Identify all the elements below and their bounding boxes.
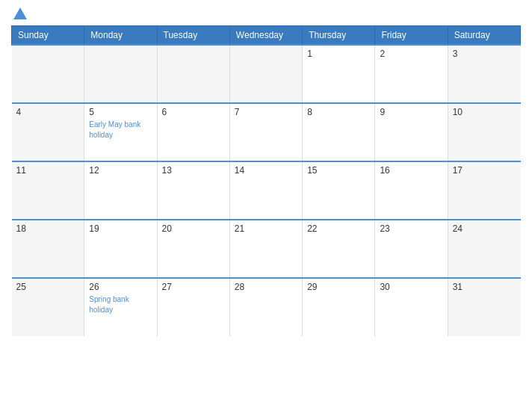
calendar-cell: 13 <box>157 161 229 220</box>
weekday-header-tuesday: Tuesday <box>157 26 229 46</box>
calendar-header <box>11 7 521 19</box>
weekday-header-monday: Monday <box>84 26 157 46</box>
calendar-cell: 23 <box>375 220 448 278</box>
logo <box>11 7 27 19</box>
calendar-cell: 7 <box>229 103 302 161</box>
calendar-cell: 19 <box>84 220 157 278</box>
calendar-row: 2526Spring bank holiday2728293031 <box>12 278 521 336</box>
day-number: 18 <box>16 223 80 234</box>
weekday-header-sunday: Sunday <box>12 26 84 46</box>
calendar-cell: 8 <box>303 103 375 161</box>
day-number: 31 <box>453 282 516 292</box>
calendar-cell <box>229 45 302 103</box>
day-number: 3 <box>453 49 516 59</box>
calendar-cell: 17 <box>448 161 520 220</box>
day-number: 8 <box>307 107 370 117</box>
weekday-header-wednesday: Wednesday <box>229 26 302 46</box>
holiday-label: Spring bank holiday <box>89 295 129 314</box>
day-number: 7 <box>235 107 297 117</box>
calendar-cell: 6 <box>157 103 229 161</box>
day-number: 19 <box>89 223 152 234</box>
day-number: 10 <box>453 107 516 117</box>
calendar-cell: 29 <box>303 278 375 336</box>
calendar-cell: 31 <box>448 278 520 336</box>
day-number: 17 <box>453 165 516 176</box>
day-number: 24 <box>453 223 516 234</box>
day-number: 23 <box>380 223 442 234</box>
calendar-cell: 10 <box>448 103 520 161</box>
day-number: 13 <box>162 165 225 176</box>
calendar-cell: 15 <box>303 161 375 220</box>
calendar-cell: 24 <box>448 220 520 278</box>
day-number: 6 <box>162 107 225 117</box>
day-number: 26 <box>89 282 152 292</box>
day-number: 15 <box>307 165 370 176</box>
day-number: 9 <box>380 107 442 117</box>
day-number: 29 <box>307 282 370 292</box>
calendar-cell: 1 <box>303 45 375 103</box>
day-number: 11 <box>16 165 80 176</box>
calendar-cell: 9 <box>375 103 448 161</box>
day-number: 12 <box>89 165 152 176</box>
day-number: 2 <box>380 49 442 59</box>
calendar-cell: 5Early May bank holiday <box>84 103 157 161</box>
day-number: 20 <box>162 223 225 234</box>
day-number: 30 <box>380 282 442 292</box>
day-number: 27 <box>162 282 225 292</box>
calendar-row: 123 <box>12 45 521 103</box>
calendar-row: 11121314151617 <box>12 161 521 220</box>
calendar-cell: 12 <box>84 161 157 220</box>
calendar-cell: 30 <box>375 278 448 336</box>
calendar-cell: 3 <box>448 45 520 103</box>
calendar-table: SundayMondayTuesdayWednesdayThursdayFrid… <box>11 25 521 336</box>
day-number: 22 <box>307 223 370 234</box>
weekday-header-saturday: Saturday <box>448 26 520 46</box>
day-number: 5 <box>89 107 152 117</box>
weekday-header-friday: Friday <box>375 26 448 46</box>
calendar-cell: 16 <box>375 161 448 220</box>
calendar-cell: 2 <box>375 45 448 103</box>
calendar-cell: 4 <box>12 103 84 161</box>
calendar-cell <box>157 45 229 103</box>
calendar-cell: 25 <box>12 278 84 336</box>
calendar-row: 18192021222324 <box>12 220 521 278</box>
calendar-cell <box>12 45 84 103</box>
calendar-cell: 11 <box>12 161 84 220</box>
weekday-header-row: SundayMondayTuesdayWednesdayThursdayFrid… <box>12 26 521 46</box>
day-number: 1 <box>307 49 370 59</box>
calendar-cell: 22 <box>303 220 375 278</box>
day-number: 14 <box>235 165 297 176</box>
calendar-cell: 20 <box>157 220 229 278</box>
calendar-cell: 26Spring bank holiday <box>84 278 157 336</box>
calendar-cell: 14 <box>229 161 302 220</box>
calendar-cell <box>84 45 157 103</box>
calendar-cell: 27 <box>157 278 229 336</box>
calendar-row: 45Early May bank holiday678910 <box>12 103 521 161</box>
calendar-cell: 18 <box>12 220 84 278</box>
day-number: 25 <box>16 282 80 292</box>
logo-triangle-icon <box>13 7 27 19</box>
day-number: 28 <box>235 282 297 292</box>
weekday-header-thursday: Thursday <box>303 26 375 46</box>
holiday-label: Early May bank holiday <box>89 120 140 139</box>
calendar-cell: 21 <box>229 220 302 278</box>
calendar-cell: 28 <box>229 278 302 336</box>
day-number: 16 <box>380 165 442 176</box>
day-number: 4 <box>16 107 80 117</box>
day-number: 21 <box>235 223 297 234</box>
calendar-wrapper: SundayMondayTuesdayWednesdayThursdayFrid… <box>0 0 532 411</box>
